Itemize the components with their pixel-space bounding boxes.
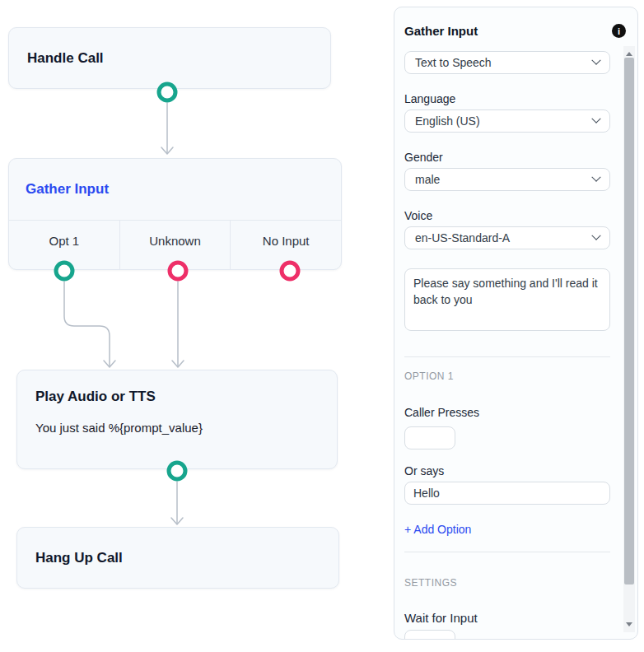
gender-select[interactable]: male — [404, 168, 610, 191]
type-select-value: Text to Speech — [415, 56, 492, 69]
voice-select[interactable]: en-US-Standard-A — [404, 226, 610, 249]
voice-select-value: en-US-Standard-A — [415, 231, 510, 244]
option-cell-no-input[interactable]: No Input — [230, 221, 341, 270]
option-cell-opt1[interactable]: Opt 1 — [9, 221, 119, 270]
add-option-link[interactable]: + Add Option — [404, 523, 471, 536]
prompt-textarea[interactable]: Please say something and I'll read it ba… — [404, 268, 610, 331]
arrowhead-icon — [161, 147, 173, 154]
voice-label: Voice — [404, 209, 610, 222]
option1-section-heading: OPTION 1 — [404, 370, 610, 382]
gender-select-value: male — [415, 173, 440, 186]
node-hang-up-call[interactable]: Hang Up Call — [16, 527, 339, 589]
wait-for-input-input[interactable] — [404, 630, 455, 640]
app-window: Handle Call Gather Input Opt 1 Unknown N… — [0, 0, 644, 652]
node-play-audio-subtitle: You just said %{prompt_value} — [35, 421, 337, 435]
node-play-audio-title: Play Audio or TTS — [35, 389, 337, 405]
node-handle-call[interactable]: Handle Call — [8, 27, 331, 89]
section-divider — [404, 356, 610, 357]
panel-header: Gather Input i — [394, 7, 637, 38]
flow-canvas: Handle Call Gather Input Opt 1 Unknown N… — [0, 0, 380, 652]
settings-section-heading: SETTINGS — [404, 577, 610, 589]
language-select-value: English (US) — [415, 114, 480, 128]
or-says-input[interactable] — [404, 482, 610, 505]
caller-presses-input[interactable] — [404, 426, 455, 449]
arrowhead-icon — [171, 518, 183, 524]
gather-options-row: Opt 1 Unknown No Input — [9, 221, 341, 270]
type-select[interactable]: Text to Speech — [404, 51, 610, 74]
chevron-down-icon — [591, 231, 600, 240]
caller-presses-label: Caller Presses — [404, 406, 610, 419]
node-handle-call-title: Handle Call — [27, 50, 104, 67]
or-says-label: Or says — [404, 464, 610, 477]
node-hang-up-call-title: Hang Up Call — [35, 550, 123, 566]
gender-label: Gender — [404, 151, 610, 164]
chevron-down-icon — [591, 56, 600, 65]
option-cell-unknown[interactable]: Unknown — [119, 221, 231, 270]
panel-title: Gather Input — [404, 24, 478, 38]
config-panel: Gather Input i Text to Speech Language E… — [394, 7, 638, 640]
scrollbar-thumb[interactable] — [624, 58, 634, 584]
scrollbar-up-arrow-icon[interactable] — [626, 52, 632, 56]
arrowhead-icon — [104, 361, 115, 367]
panel-body: Text to Speech Language English (US) Gen… — [394, 51, 610, 640]
info-icon[interactable]: i — [612, 24, 626, 38]
node-gather-input-title: Gather Input — [26, 181, 109, 198]
wait-for-input-label: Wait for Input — [404, 611, 610, 625]
node-play-audio[interactable]: Play Audio or TTS You just said %{prompt… — [16, 370, 338, 469]
language-select[interactable]: English (US) — [404, 109, 610, 133]
edge-opt1-to-play — [64, 282, 110, 366]
chevron-down-icon — [591, 173, 600, 182]
node-gather-input[interactable]: Gather Input Opt 1 Unknown No Input — [8, 158, 342, 270]
arrowhead-icon — [172, 361, 184, 367]
chevron-down-icon — [591, 114, 600, 123]
language-label: Language — [404, 92, 610, 105]
panel-scrollbar[interactable] — [623, 46, 635, 632]
scrollbar-down-arrow-icon[interactable] — [626, 622, 632, 626]
section-divider — [404, 552, 610, 552]
